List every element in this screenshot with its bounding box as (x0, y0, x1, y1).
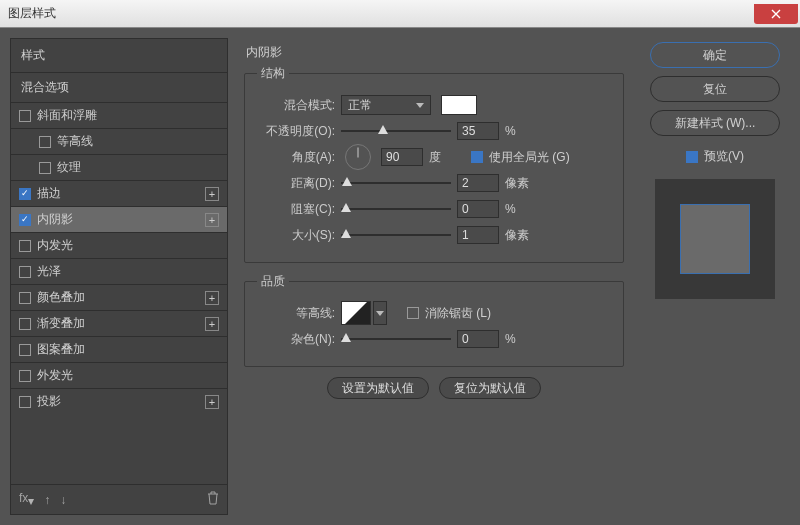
choke-unit: % (505, 202, 535, 216)
style-checkbox[interactable] (39, 136, 51, 148)
choke-input[interactable]: 0 (457, 200, 499, 218)
style-checkbox[interactable] (19, 240, 31, 252)
add-effect-icon[interactable]: + (205, 213, 219, 227)
close-button[interactable] (754, 4, 798, 24)
add-effect-icon[interactable]: + (205, 291, 219, 305)
trash-icon[interactable] (207, 491, 219, 508)
antialias-checkbox[interactable] (407, 307, 419, 319)
style-row-0[interactable]: 斜面和浮雕 (11, 102, 227, 128)
style-row-6[interactable]: 光泽 (11, 258, 227, 284)
style-row-4[interactable]: 内阴影+ (11, 206, 227, 232)
right-panel: 确定 复位 新建样式 (W)... 预览(V) (640, 38, 790, 515)
preview-label: 预览(V) (704, 148, 744, 165)
style-checkbox[interactable] (19, 396, 31, 408)
style-checkbox[interactable] (19, 214, 31, 226)
opacity-unit: % (505, 124, 535, 138)
style-row-8[interactable]: 渐变叠加+ (11, 310, 227, 336)
style-checkbox[interactable] (19, 188, 31, 200)
settings-panel: 内阴影 结构 混合模式: 正常 不透明度(O): 35 % 角度(A): 90 … (234, 38, 634, 515)
style-label: 渐变叠加 (37, 315, 85, 332)
make-default-button[interactable]: 设置为默认值 (327, 377, 429, 399)
style-label: 纹理 (57, 159, 81, 176)
size-unit: 像素 (505, 227, 535, 244)
cancel-button[interactable]: 复位 (650, 76, 780, 102)
new-style-button[interactable]: 新建样式 (W)... (650, 110, 780, 136)
style-label: 斜面和浮雕 (37, 107, 97, 124)
angle-dial[interactable] (345, 144, 371, 170)
structure-group: 结构 混合模式: 正常 不透明度(O): 35 % 角度(A): 90 度 使用… (244, 65, 624, 263)
sidebar-footer: fx▾ ↑ ↓ (11, 484, 227, 514)
style-label: 内阴影 (37, 211, 73, 228)
style-label: 光泽 (37, 263, 61, 280)
blend-mode-label: 混合模式: (257, 97, 335, 114)
style-row-1[interactable]: 等高线 (11, 128, 227, 154)
down-icon[interactable]: ↓ (60, 493, 66, 507)
global-light-checkbox[interactable] (471, 151, 483, 163)
style-row-7[interactable]: 颜色叠加+ (11, 284, 227, 310)
style-checkbox[interactable] (19, 370, 31, 382)
fx-icon[interactable]: fx▾ (19, 491, 34, 508)
add-effect-icon[interactable]: + (205, 395, 219, 409)
angle-label: 角度(A): (257, 149, 335, 166)
preview-checkbox[interactable] (686, 151, 698, 163)
style-checkbox[interactable] (39, 162, 51, 174)
choke-slider[interactable] (341, 202, 451, 216)
preview-box (655, 179, 775, 299)
styles-sidebar: 样式 混合选项 斜面和浮雕等高线纹理描边+内阴影+内发光光泽颜色叠加+渐变叠加+… (10, 38, 228, 515)
noise-unit: % (505, 332, 535, 346)
noise-input[interactable]: 0 (457, 330, 499, 348)
preview-swatch (680, 204, 750, 274)
style-checkbox[interactable] (19, 110, 31, 122)
style-row-10[interactable]: 外发光 (11, 362, 227, 388)
add-effect-icon[interactable]: + (205, 187, 219, 201)
blend-mode-select[interactable]: 正常 (341, 95, 431, 115)
structure-legend: 结构 (257, 65, 289, 82)
ok-button[interactable]: 确定 (650, 42, 780, 68)
style-checkbox[interactable] (19, 266, 31, 278)
size-slider[interactable] (341, 228, 451, 242)
style-label: 图案叠加 (37, 341, 85, 358)
blending-options[interactable]: 混合选项 (11, 72, 227, 102)
quality-group: 品质 等高线: 消除锯齿 (L) 杂色(N): 0 % (244, 273, 624, 367)
opacity-input[interactable]: 35 (457, 122, 499, 140)
color-swatch[interactable] (441, 95, 477, 115)
global-light-label: 使用全局光 (G) (489, 149, 570, 166)
style-row-9[interactable]: 图案叠加 (11, 336, 227, 362)
contour-picker[interactable] (341, 301, 371, 325)
contour-dropdown[interactable] (373, 301, 387, 325)
distance-label: 距离(D): (257, 175, 335, 192)
noise-slider[interactable] (341, 332, 451, 346)
style-row-2[interactable]: 纹理 (11, 154, 227, 180)
antialias-label: 消除锯齿 (L) (425, 305, 491, 322)
opacity-label: 不透明度(O): (257, 123, 335, 140)
reset-default-button[interactable]: 复位为默认值 (439, 377, 541, 399)
style-label: 颜色叠加 (37, 289, 85, 306)
distance-input[interactable]: 2 (457, 174, 499, 192)
quality-legend: 品质 (257, 273, 289, 290)
style-checkbox[interactable] (19, 292, 31, 304)
style-checkbox[interactable] (19, 344, 31, 356)
distance-slider[interactable] (341, 176, 451, 190)
style-label: 描边 (37, 185, 61, 202)
style-row-5[interactable]: 内发光 (11, 232, 227, 258)
up-icon[interactable]: ↑ (44, 493, 50, 507)
panel-title: 内阴影 (246, 44, 624, 61)
style-checkbox[interactable] (19, 318, 31, 330)
noise-label: 杂色(N): (257, 331, 335, 348)
close-icon (771, 9, 781, 19)
window-title: 图层样式 (0, 5, 56, 22)
angle-unit: 度 (429, 149, 459, 166)
choke-label: 阻塞(C): (257, 201, 335, 218)
style-label: 外发光 (37, 367, 73, 384)
style-label: 内发光 (37, 237, 73, 254)
angle-input[interactable]: 90 (381, 148, 423, 166)
style-row-11[interactable]: 投影+ (11, 388, 227, 414)
add-effect-icon[interactable]: + (205, 317, 219, 331)
distance-unit: 像素 (505, 175, 535, 192)
style-row-3[interactable]: 描边+ (11, 180, 227, 206)
opacity-slider[interactable] (341, 124, 451, 138)
styles-header: 样式 (11, 39, 227, 72)
titlebar: 图层样式 (0, 0, 800, 28)
size-input[interactable]: 1 (457, 226, 499, 244)
contour-label: 等高线: (257, 305, 335, 322)
